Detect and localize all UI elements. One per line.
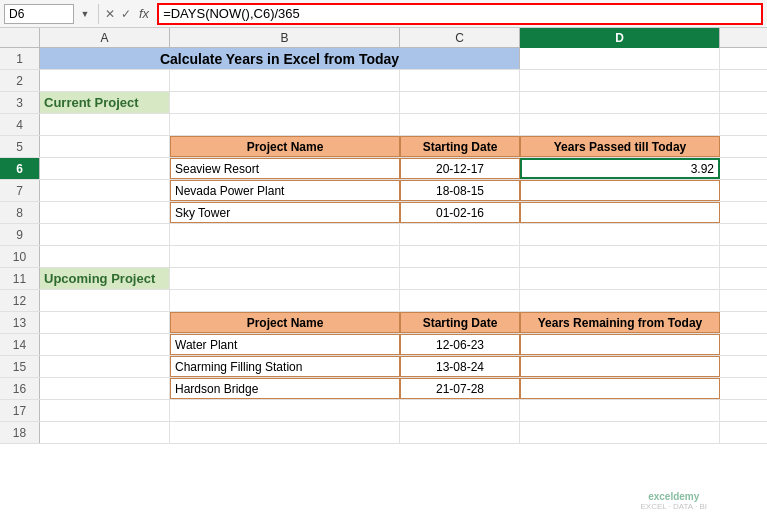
row-num-6[interactable]: 6 [0,158,40,179]
cell-c18[interactable] [400,422,520,443]
cell-b9[interactable] [170,224,400,245]
cell-d12[interactable] [520,290,720,311]
row-num-12[interactable]: 12 [0,290,40,311]
cell-d8-years[interactable] [520,202,720,223]
header-project-name[interactable]: Project Name [170,136,400,157]
header-years-passed[interactable]: Years Passed till Today [520,136,720,157]
column-headers: A B C D [0,28,767,48]
cell-b12[interactable] [170,290,400,311]
row-num-15[interactable]: 15 [0,356,40,377]
header2-project-name[interactable]: Project Name [170,312,400,333]
cell-c7-date[interactable]: 18-08-15 [400,180,520,201]
row-num-11[interactable]: 11 [0,268,40,289]
cell-b3[interactable] [170,92,400,113]
cell-b10[interactable] [170,246,400,267]
cell-a16[interactable] [40,378,170,399]
col-header-d[interactable]: D [520,28,720,48]
cell-a17[interactable] [40,400,170,421]
row-num-1[interactable]: 1 [0,48,40,69]
cell-c14-date[interactable]: 12-06-23 [400,334,520,355]
cell-d10[interactable] [520,246,720,267]
row-num-7[interactable]: 7 [0,180,40,201]
cell-c9[interactable] [400,224,520,245]
header-starting-date[interactable]: Starting Date [400,136,520,157]
row-num-9[interactable]: 9 [0,224,40,245]
cell-c2[interactable] [400,70,520,91]
section-label-upcoming[interactable]: Upcoming Project [40,268,170,289]
col-header-a[interactable]: A [40,28,170,48]
cell-d11[interactable] [520,268,720,289]
cell-c16-date[interactable]: 21-07-28 [400,378,520,399]
cell-b7-nevada[interactable]: Nevada Power Plant [170,180,400,201]
cell-d15-years[interactable] [520,356,720,377]
cell-d4[interactable] [520,114,720,135]
cell-c4[interactable] [400,114,520,135]
cell-b15-charming[interactable]: Charming Filling Station [170,356,400,377]
cell-a10[interactable] [40,246,170,267]
cell-reference-box[interactable]: D6 [4,4,74,24]
cell-b4[interactable] [170,114,400,135]
cell-d3[interactable] [520,92,720,113]
cell-d6-years[interactable]: 3.92 [520,158,720,179]
cancel-icon[interactable]: ✕ [105,7,115,21]
confirm-icon[interactable]: ✓ [121,7,131,21]
cell-a18[interactable] [40,422,170,443]
cell-b2[interactable] [170,70,400,91]
cell-c17[interactable] [400,400,520,421]
cell-b17[interactable] [170,400,400,421]
col-header-c[interactable]: C [400,28,520,48]
cell-c11[interactable] [400,268,520,289]
cell-d2[interactable] [520,70,720,91]
cell-b6-seaview[interactable]: Seaview Resort [170,158,400,179]
row-num-3[interactable]: 3 [0,92,40,113]
cell-d1[interactable] [520,48,720,69]
cell-a5[interactable] [40,136,170,157]
cell-d14-years[interactable] [520,334,720,355]
cell-a6[interactable] [40,158,170,179]
cell-c3[interactable] [400,92,520,113]
cell-d16-years[interactable] [520,378,720,399]
cell-b18[interactable] [170,422,400,443]
cell-a8[interactable] [40,202,170,223]
cell-d9[interactable] [520,224,720,245]
cell-b11[interactable] [170,268,400,289]
header2-starting-date[interactable]: Starting Date [400,312,520,333]
cell-c10[interactable] [400,246,520,267]
fx-label: fx [139,6,149,21]
cell-b8-skytower[interactable]: Sky Tower [170,202,400,223]
row-num-5[interactable]: 5 [0,136,40,157]
header2-years-remaining[interactable]: Years Remaining from Today [520,312,720,333]
cell-b16-hardson[interactable]: Hardson Bridge [170,378,400,399]
row-num-13[interactable]: 13 [0,312,40,333]
cell-c8-date[interactable]: 01-02-16 [400,202,520,223]
cell-c6-date[interactable]: 20-12-17 [400,158,520,179]
cell-ref-dropdown[interactable]: ▼ [78,9,92,19]
formula-input[interactable]: =DAYS(NOW(),C6)/365 [157,3,763,25]
row-num-10[interactable]: 10 [0,246,40,267]
cell-b14-waterplant[interactable]: Water Plant [170,334,400,355]
row-num-16[interactable]: 16 [0,378,40,399]
table-row: 5 Project Name Starting Date Years Passe… [0,136,767,158]
section-label-current[interactable]: Current Project [40,92,170,113]
cell-a2[interactable] [40,70,170,91]
row-num-8[interactable]: 8 [0,202,40,223]
col-header-b[interactable]: B [170,28,400,48]
cell-a14[interactable] [40,334,170,355]
cell-a7[interactable] [40,180,170,201]
row-num-4[interactable]: 4 [0,114,40,135]
cell-a12[interactable] [40,290,170,311]
cell-a4[interactable] [40,114,170,135]
cell-d7-years[interactable] [520,180,720,201]
cell-c15-date[interactable]: 13-08-24 [400,356,520,377]
cell-c12[interactable] [400,290,520,311]
row-num-14[interactable]: 14 [0,334,40,355]
row-num-18[interactable]: 18 [0,422,40,443]
title-cell[interactable]: Calculate Years in Excel from Today [40,48,520,69]
row-num-17[interactable]: 17 [0,400,40,421]
row-num-2[interactable]: 2 [0,70,40,91]
cell-a13[interactable] [40,312,170,333]
cell-a9[interactable] [40,224,170,245]
cell-a15[interactable] [40,356,170,377]
cell-d17[interactable] [520,400,720,421]
cell-d18[interactable] [520,422,720,443]
